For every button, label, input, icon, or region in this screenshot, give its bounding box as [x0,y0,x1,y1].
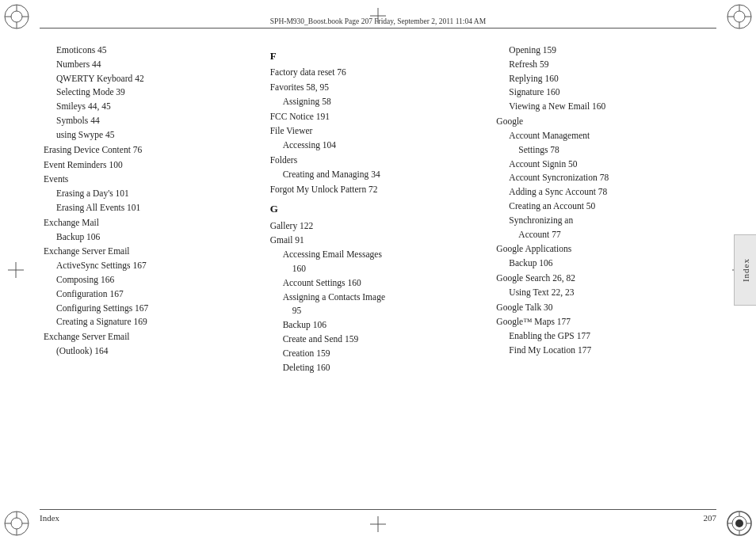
list-item: Exchange Server Email [44,330,258,344]
list-item: Google Applications [496,242,710,257]
list-item: Opening 159 [496,44,710,58]
list-item: Creating a Signature 169 [44,315,258,329]
list-item: Account Signin 50 [496,158,710,172]
list-item: FCC Notice 191 [270,110,484,124]
list-item: QWERTY Keyboard 42 [44,72,258,86]
list-item: Synchronizing an [496,214,710,228]
list-item: Find My Location 177 [496,344,710,358]
list-item: Numbers 44 [44,58,258,72]
list-item: F [270,48,484,64]
list-item: Smileys 44, 45 [44,100,258,114]
footer-left: Index [40,513,59,523]
corner-deco-tl [3,3,30,30]
list-item: Accessing 104 [270,139,484,153]
list-item: Backup 106 [270,318,484,333]
column-1: Emoticons 45Numbers 44QWERTY Keyboard 42… [44,44,264,496]
list-item: Google Talk 30 [496,301,710,315]
list-item: 95 [270,304,484,318]
list-item: Google Search 26, 82 [496,272,710,286]
list-item: Gallery 122 [270,219,484,234]
list-item: Google [496,115,710,129]
list-item: Creating an Account 50 [496,200,710,214]
list-item: Account Settings 160 [270,276,484,291]
list-item: Adding a Sync Account 78 [496,185,710,200]
list-item: Google™ Maps 177 [496,315,710,329]
list-item: Assigning 58 [270,95,484,109]
list-item: Account 77 [496,228,710,242]
list-item: Forgot My Unlock Pattern 72 [270,183,484,197]
list-item: Backup 106 [44,230,258,245]
list-item: Folders [270,154,484,168]
list-item: Account Syncronization 78 [496,171,710,185]
list-item: Gmail 91 [270,234,484,248]
list-item: Settings 78 [496,143,710,158]
list-item: Composing 166 [44,273,258,287]
list-item: Using Text 22, 23 [496,286,710,300]
index-tab: Index [734,234,756,306]
corner-deco-tr [726,3,753,30]
corner-deco-br [726,510,753,537]
content-area: Emoticons 45Numbers 44QWERTY Keyboard 42… [44,44,716,496]
list-item: Selecting Mode 39 [44,86,258,100]
list-item: using Swype 45 [44,128,258,143]
list-item: Erasing a Day's 101 [44,187,258,201]
list-item: Configuration 167 [44,287,258,302]
footer-right: 207 [704,513,717,523]
list-item: Replying 160 [496,72,710,86]
list-item: Creation 159 [270,347,484,361]
list-item: ActiveSync Settings 167 [44,259,258,273]
crosshair-left [8,262,24,278]
header-bar: SPH-M930_Boost.book Page 207 Friday, Sep… [40,17,716,29]
footer-bar: Index 207 [40,509,716,523]
corner-deco-bl [3,510,30,537]
svg-point-13 [11,518,22,529]
list-item: Erasing All Events 101 [44,201,258,215]
list-item: Accessing Email Messages [270,248,484,262]
list-item: Exchange Mail [44,216,258,230]
list-item: 160 [270,262,484,276]
index-tab-label: Index [741,258,750,282]
list-item: Account Management [496,129,710,143]
list-item: Assigning a Contacts Image [270,291,484,305]
column-2: FFactory data reset 76Favorites 58, 95As… [264,44,491,496]
list-item: Erasing Device Content 76 [44,143,258,158]
header-text: SPH-M930_Boost.book Page 207 Friday, Sep… [40,17,716,25]
list-item: Favorites 58, 95 [270,81,484,95]
svg-point-20 [735,519,743,527]
list-item: File Viewer [270,124,484,139]
svg-point-7 [734,11,745,22]
list-item: Exchange Server Email [44,245,258,259]
list-item: Configuring Settings 167 [44,302,258,316]
list-item: Creating and Managing 34 [270,168,484,182]
svg-point-1 [11,11,22,22]
list-item: Signature 160 [496,86,710,100]
list-item: Viewing a New Email 160 [496,100,710,114]
list-item: Deleting 160 [270,361,484,375]
list-item: Enabling the GPS 177 [496,329,710,344]
list-item: Backup 106 [496,257,710,271]
list-item: Factory data reset 76 [270,66,484,80]
column-3: Opening 159Refresh 59Replying 160Signatu… [490,44,716,496]
list-item: Event Reminders 100 [44,158,258,173]
list-item: G [270,201,484,217]
list-item: Events [44,173,258,187]
list-item: Create and Send 159 [270,333,484,347]
list-item: (Outlook) 164 [44,344,258,359]
list-item: Refresh 59 [496,58,710,72]
list-item: Emoticons 45 [44,44,258,58]
list-item: Symbols 44 [44,114,258,128]
